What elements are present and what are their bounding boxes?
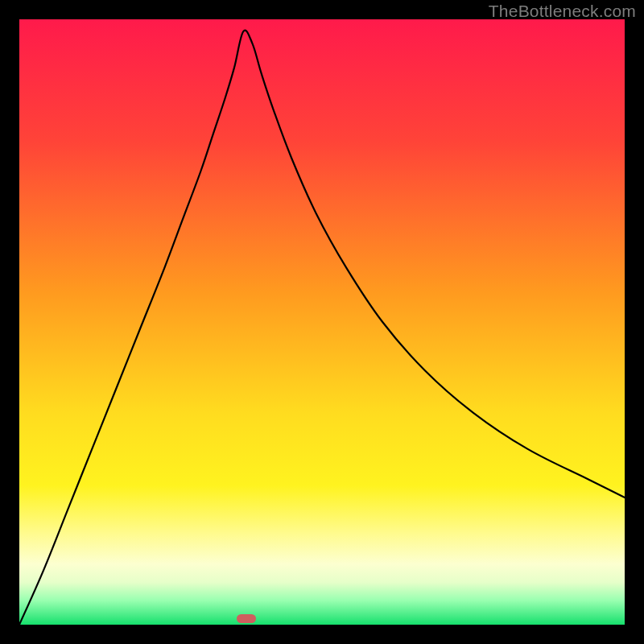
watermark-text: TheBottleneck.com [489,2,636,21]
chart-frame: TheBottleneck.com [0,0,644,644]
bottleneck-curve [19,19,625,625]
plot-area [19,19,625,625]
